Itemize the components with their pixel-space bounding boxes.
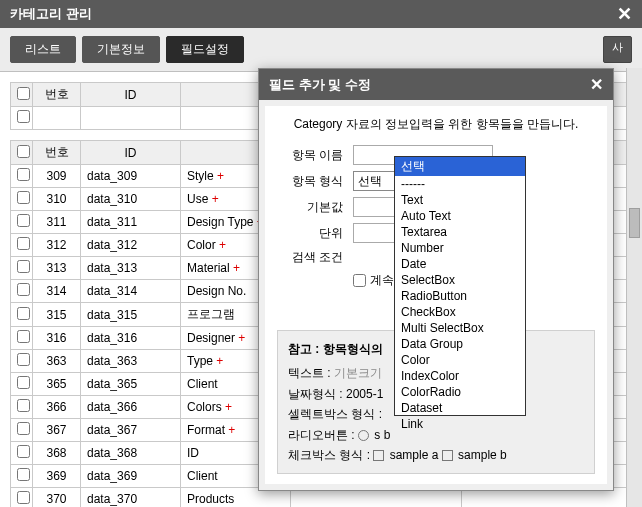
note-l5a: 체크박스 형식 : <box>288 448 373 462</box>
row-checkbox[interactable] <box>17 376 30 389</box>
label-unit: 단위 <box>277 225 353 242</box>
cell-no: 369 <box>33 465 81 488</box>
modal-desc: Category 자료의 정보입력을 위한 항목들을 만듭니다. <box>277 116 595 133</box>
cell-id: data_314 <box>81 280 181 303</box>
row-checkbox[interactable] <box>17 237 30 250</box>
dropdown-option[interactable]: SelectBox <box>395 272 525 288</box>
dropdown-option[interactable]: RadioButton <box>395 288 525 304</box>
dropdown-option[interactable]: ------ <box>395 176 525 192</box>
dropdown-option[interactable]: ColorRadio <box>395 384 525 400</box>
cell-no: 310 <box>33 188 81 211</box>
dropdown-option[interactable]: Date <box>395 256 525 272</box>
row-checkbox[interactable] <box>17 110 30 123</box>
cell-no: 367 <box>33 419 81 442</box>
note-l4c: b <box>384 428 391 442</box>
note-l4a: 라디오버튼 : <box>288 428 358 442</box>
col-no-header: 번호 <box>33 83 81 107</box>
cell-id: data_366 <box>81 396 181 419</box>
note-l1b: 기본크기 <box>334 366 382 380</box>
cell-no: 313 <box>33 257 81 280</box>
cell-id: data_310 <box>81 188 181 211</box>
checkbox-icon <box>373 450 384 461</box>
cell-id: data_309 <box>81 165 181 188</box>
cell-no: 312 <box>33 234 81 257</box>
label-item-type: 항목 형식 <box>277 173 353 190</box>
dropdown-option[interactable]: IndexColor <box>395 368 525 384</box>
cell-id: data_363 <box>81 350 181 373</box>
modal-title: 필드 추가 및 수정 <box>269 76 371 94</box>
cell-no: 368 <box>33 442 81 465</box>
checkbox-continue[interactable] <box>353 274 366 287</box>
dropdown-option[interactable]: Textarea <box>395 224 525 240</box>
scrollbar[interactable] <box>626 68 642 507</box>
note-l5c: sample b <box>455 448 507 462</box>
dropdown-option[interactable]: 선택 <box>395 157 525 176</box>
cell-no: 314 <box>33 280 81 303</box>
row-checkbox[interactable] <box>17 260 30 273</box>
cell-no: 370 <box>33 488 81 508</box>
note-l4b: s <box>371 428 380 442</box>
col-id-header: ID <box>81 141 181 165</box>
cell-id: data_368 <box>81 442 181 465</box>
cell-no: 366 <box>33 396 81 419</box>
item-type-dropdown[interactable]: 선택------TextAuto TextTextareaNumberDateS… <box>394 156 526 416</box>
cell-id: data_316 <box>81 327 181 350</box>
row-checkbox[interactable] <box>17 168 30 181</box>
select-item-type-value: 선택 <box>358 173 382 190</box>
note-l5b: sample a <box>386 448 441 462</box>
checkbox-icon <box>442 450 453 461</box>
cell-id: data_311 <box>81 211 181 234</box>
note-l1a: 텍스트 : <box>288 366 334 380</box>
cell-no: 311 <box>33 211 81 234</box>
cell-no <box>33 107 81 130</box>
label-default: 기본값 <box>277 199 353 216</box>
cell-id: data_365 <box>81 373 181 396</box>
col-id-header: ID <box>81 83 181 107</box>
tab-field[interactable]: 필드설정 <box>166 36 244 63</box>
dropdown-option[interactable]: Multi SelectBox <box>395 320 525 336</box>
cell-no: 316 <box>33 327 81 350</box>
row-checkbox[interactable] <box>17 330 30 343</box>
cell-no: 309 <box>33 165 81 188</box>
dropdown-option[interactable]: Auto Text <box>395 208 525 224</box>
dropdown-option[interactable]: Text <box>395 192 525 208</box>
dropdown-option[interactable]: Data Group <box>395 336 525 352</box>
cell-id: data_367 <box>81 419 181 442</box>
scrollbar-thumb[interactable] <box>629 208 640 238</box>
window-title: 카테고리 관리 <box>10 5 92 23</box>
row-checkbox[interactable] <box>17 445 30 458</box>
cell-id: data_369 <box>81 465 181 488</box>
modal-close-icon[interactable]: ✕ <box>590 75 603 94</box>
cell-no: 365 <box>33 373 81 396</box>
tab-basic[interactable]: 기본정보 <box>82 36 160 63</box>
select-all-upper[interactable] <box>17 87 30 100</box>
row-checkbox[interactable] <box>17 399 30 412</box>
cell-no: 363 <box>33 350 81 373</box>
dropdown-option[interactable]: Number <box>395 240 525 256</box>
cell-id: data_370 <box>81 488 181 508</box>
cell-no: 315 <box>33 303 81 327</box>
copy-button[interactable]: 사 <box>603 36 632 63</box>
row-checkbox[interactable] <box>17 353 30 366</box>
dropdown-option[interactable]: Link <box>395 416 525 432</box>
row-checkbox[interactable] <box>17 307 30 320</box>
cell-id <box>81 107 181 130</box>
row-checkbox[interactable] <box>17 214 30 227</box>
select-all-main[interactable] <box>17 145 30 158</box>
dropdown-option[interactable]: CheckBox <box>395 304 525 320</box>
col-no-header: 번호 <box>33 141 81 165</box>
row-checkbox[interactable] <box>17 283 30 296</box>
modal-titlebar: 필드 추가 및 수정 ✕ <box>259 69 613 100</box>
window-titlebar: 카테고리 관리 ✕ <box>0 0 642 28</box>
row-checkbox[interactable] <box>17 422 30 435</box>
label-cond: 검색 조건 <box>277 249 353 266</box>
tab-list[interactable]: 리스트 <box>10 36 76 63</box>
row-checkbox[interactable] <box>17 468 30 481</box>
dropdown-option[interactable]: Dataset <box>395 400 525 416</box>
row-checkbox[interactable] <box>17 191 30 204</box>
row-checkbox[interactable] <box>17 491 30 504</box>
cell-id: data_313 <box>81 257 181 280</box>
tab-row: 리스트 기본정보 필드설정 사 <box>0 28 642 72</box>
dropdown-option[interactable]: Color <box>395 352 525 368</box>
window-close-icon[interactable]: ✕ <box>617 3 632 25</box>
